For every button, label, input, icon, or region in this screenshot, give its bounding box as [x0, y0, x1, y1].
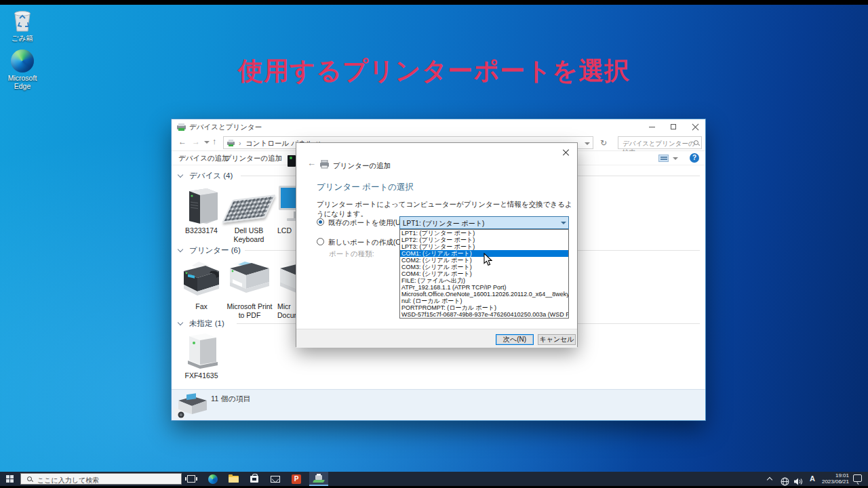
radio-use-existing-label[interactable]: 既存のポートを使用(U): [328, 218, 405, 228]
windows-logo-icon [6, 475, 14, 483]
start-button[interactable] [0, 472, 20, 486]
dialog-title: プリンターの追加 [333, 161, 391, 171]
close-icon [692, 123, 699, 130]
view-options-button[interactable] [658, 155, 669, 162]
add-device-button[interactable]: デバイスの追加 [178, 154, 229, 163]
taskbar-mail-button[interactable] [266, 472, 285, 486]
printer-xps-label-line1[interactable]: Micr [277, 302, 298, 311]
port-dropdown-list[interactable]: LPT1: (プリンター ポート) LPT2: (プリンター ポート) LPT3… [399, 229, 569, 319]
window-titlebar[interactable]: デバイスとプリンター [172, 119, 705, 134]
taskbar-search-placeholder: ここに入力して検索 [37, 476, 99, 485]
port-combobox[interactable]: LPT1: (プリンター ポート) [399, 216, 569, 229]
dialog-close-button[interactable] [561, 147, 572, 158]
device-pc-label[interactable]: B3233174 [177, 226, 226, 235]
taskbar-powerpoint-button[interactable]: P [287, 472, 306, 486]
dialog-printer-icon [319, 160, 330, 169]
port-option[interactable]: FILE: (ファイルへ出力) [400, 277, 568, 284]
up-icon[interactable]: ↑ [212, 137, 216, 146]
printer-pdf-label[interactable]: Microsoft Print to PDF [223, 302, 276, 320]
port-option[interactable]: WSD-57f15c7f-0687-49b8-937e-476260410250… [400, 311, 568, 318]
port-option[interactable]: Microsoft.Office.OneNote_16001.12026.201… [400, 291, 568, 298]
printer-pdf-icon[interactable] [227, 259, 272, 300]
chevron-up-icon [767, 477, 772, 483]
port-option[interactable]: LPT2: (プリンター ポート) [400, 237, 568, 243]
unspecified-device-label[interactable]: FXF41635 [177, 371, 226, 380]
history-dropdown-icon[interactable] [204, 141, 210, 144]
desktop: ごみ箱 Microsoft Edge 使用するプリンターポートを選択 デバイスと… [0, 5, 868, 472]
device-monitor-label-clipped[interactable]: LCD [277, 226, 298, 235]
next-button[interactable]: 次へ(N) [496, 334, 534, 345]
taskbar-explorer-button[interactable] [224, 472, 243, 486]
collapse-chevron-icon [178, 247, 183, 252]
port-option[interactable]: COM4: (シリアル ポート) [400, 270, 568, 277]
dialog-heading: プリンター ポートの選択 [317, 182, 414, 193]
search-icon [694, 140, 699, 146]
printer-xps-icon-clipped[interactable] [277, 259, 296, 300]
radio-use-existing-port[interactable] [317, 218, 324, 226]
partially-hidden-icon [288, 155, 296, 167]
notification-icon [853, 474, 862, 482]
port-option[interactable]: ATPr_192.168.1.1 (ATPR TCP/IP Port) [400, 284, 568, 291]
forward-icon[interactable]: → [192, 137, 200, 146]
mail-icon [271, 476, 280, 483]
clock[interactable]: 19:01 2023/06/21 [816, 472, 849, 487]
help-button[interactable]: ? [690, 153, 699, 163]
port-option[interactable]: nul: (ローカル ポート) [400, 298, 568, 304]
add-printer-button[interactable]: プリンターの追加 [224, 154, 282, 163]
window-title: デバイスとプリンター [189, 123, 262, 132]
file-explorer-icon [229, 476, 239, 483]
combobox-chevron-icon[interactable] [561, 222, 566, 224]
taskbar-active-devices-button[interactable] [309, 472, 328, 486]
keyboard-icon[interactable] [222, 195, 275, 223]
breadcrumb-sep: › [239, 139, 241, 147]
minimize-button[interactable] [642, 119, 663, 134]
action-center-button[interactable] [853, 472, 863, 486]
add-printer-dialog: ← プリンターの追加 プリンター ポートの選択 プリンター ポートによってコンピ… [296, 142, 578, 347]
back-icon[interactable]: ← [178, 137, 186, 146]
clock-date: 2023/06/21 [816, 479, 849, 485]
maximize-button[interactable] [663, 119, 685, 134]
address-dropdown-icon[interactable] [585, 142, 590, 145]
task-view-button[interactable] [182, 472, 201, 486]
powerpoint-icon: P [292, 474, 301, 484]
desktop-icon-recycle-bin[interactable]: ごみ箱 [0, 8, 45, 43]
port-option[interactable]: LPT3: (プリンター ポート) [400, 243, 568, 250]
view-dropdown-icon[interactable] [673, 157, 678, 160]
cancel-button[interactable]: キャンセル [538, 334, 576, 345]
pc-tower-icon[interactable] [184, 186, 220, 225]
fax-icon[interactable] [180, 259, 224, 300]
taskbar-edge-button[interactable] [203, 472, 222, 486]
details-pane: 11 個の項目 [172, 389, 705, 420]
recycle-bin-label: ごみ箱 [0, 34, 45, 43]
dialog-back-icon[interactable]: ← [307, 158, 316, 168]
edge-icon [208, 474, 218, 484]
tray-chevron-button[interactable] [768, 472, 774, 486]
taskbar-store-button[interactable] [245, 472, 264, 486]
search-icon [27, 476, 33, 482]
monitor-icon-clipped[interactable] [277, 184, 296, 226]
port-option[interactable]: LPT1: (プリンター ポート) [400, 230, 568, 237]
minimize-icon [649, 127, 655, 127]
taskbar-search-box[interactable]: ここに入力して検索 [20, 473, 182, 485]
printer-fax-label[interactable]: Fax [177, 302, 226, 311]
refresh-icon[interactable]: ↻ [600, 138, 607, 148]
collapse-chevron-icon [178, 320, 183, 325]
radio-create-new-label[interactable]: 新しいポートの作成(C): [328, 238, 405, 247]
explorer-search-box[interactable]: デバイスとプリンターの検索 [618, 136, 702, 149]
port-type-label: ポートの種類: [329, 249, 374, 259]
devices-and-printers-icon [313, 475, 324, 483]
maximize-icon [671, 124, 676, 129]
group-unspecified-label: 未指定 (1) [189, 319, 224, 329]
unspecified-device-icon[interactable] [185, 329, 220, 370]
close-button[interactable] [685, 119, 707, 134]
selection-preview-icon [173, 392, 210, 421]
task-view-icon [187, 475, 195, 483]
group-devices-label: デバイス (4) [189, 171, 233, 181]
mouse-cursor [483, 253, 492, 266]
video-caption-banner: 使用するプリンターポートを選択 [0, 54, 868, 88]
window-app-icon [176, 122, 186, 131]
radio-create-new-port[interactable] [317, 238, 324, 245]
port-option[interactable]: PORTPROMPT: (ローカル ポート) [400, 304, 568, 311]
screen: ごみ箱 Microsoft Edge 使用するプリンターポートを選択 デバイスと… [0, 0, 868, 488]
device-keyboard-label[interactable]: Dell USB Keyboard [224, 226, 273, 244]
